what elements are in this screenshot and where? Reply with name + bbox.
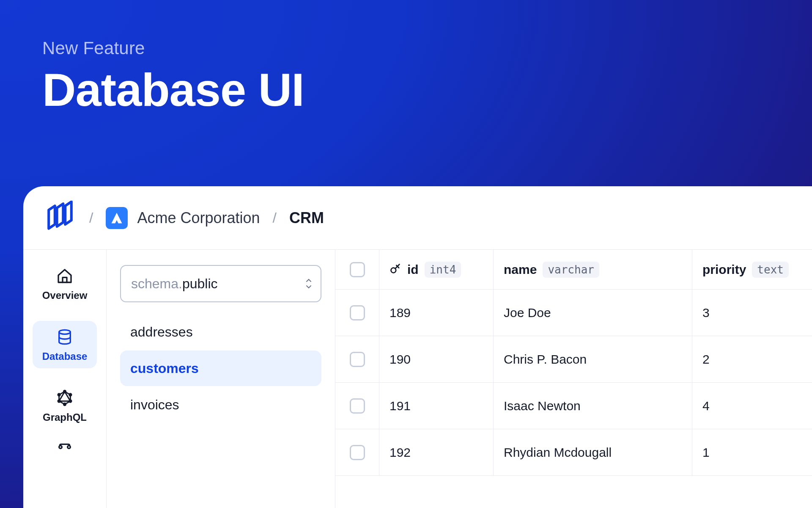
column-type: int4 <box>425 262 461 278</box>
table-row[interactable]: 190 Chris P. Bacon 2 <box>335 336 812 383</box>
tables-sidebar: schema.public addresses customers invoic… <box>107 250 335 508</box>
hero-title: Database UI <box>42 63 304 116</box>
row-checkbox-cell <box>335 336 379 382</box>
svg-point-7 <box>58 394 60 396</box>
cell-priority[interactable]: 4 <box>692 383 812 429</box>
svg-point-3 <box>69 394 71 396</box>
svg-point-6 <box>58 400 60 402</box>
svg-point-9 <box>68 446 71 449</box>
breadcrumb-separator: / <box>89 210 93 226</box>
hero: New Feature Database UI <box>42 38 304 116</box>
app-logo-icon <box>44 201 77 235</box>
column-type: text <box>752 262 789 278</box>
breadcrumb-separator: / <box>273 210 277 226</box>
cell-name[interactable]: Joe Doe <box>494 290 692 336</box>
nav-item-overview[interactable]: Overview <box>33 260 97 307</box>
database-icon <box>56 329 73 347</box>
body: Overview Database <box>23 250 812 508</box>
schema-select[interactable]: schema.public <box>120 265 321 302</box>
svg-point-0 <box>59 330 71 334</box>
cell-id[interactable]: 190 <box>379 336 494 382</box>
column-header-name[interactable]: name varchar <box>494 250 692 289</box>
cell-priority[interactable]: 3 <box>692 290 812 336</box>
nav-item-label: Database <box>42 351 88 362</box>
org-name: Acme Corporation <box>137 209 260 227</box>
cell-name[interactable]: Chris P. Bacon <box>494 336 692 382</box>
cell-name[interactable]: Isaac Newton <box>494 383 692 429</box>
home-icon <box>56 268 73 286</box>
column-header-id[interactable]: id int4 <box>379 250 494 289</box>
row-checkbox[interactable] <box>350 305 365 320</box>
nav-item-label: Overview <box>42 290 88 301</box>
nav-item-database[interactable]: Database <box>33 321 97 368</box>
cell-id[interactable]: 191 <box>379 383 494 429</box>
column-header-priority[interactable]: priority text <box>692 250 812 289</box>
table-item-customers[interactable]: customers <box>120 351 321 386</box>
graphql-icon <box>56 389 73 408</box>
cell-name[interactable]: Rhydian Mcdougall <box>494 429 692 475</box>
breadcrumb-org[interactable]: Acme Corporation <box>106 207 260 229</box>
column-name: name <box>504 262 537 277</box>
page-background: New Feature Database UI / Acme Corporati… <box>0 0 812 508</box>
nav-item-label: GraphQL <box>43 411 87 423</box>
cell-id[interactable]: 192 <box>379 429 494 475</box>
cell-id[interactable]: 189 <box>379 290 494 336</box>
row-checkbox-cell <box>335 383 379 429</box>
table-item-invoices[interactable]: invoices <box>120 387 321 422</box>
config-icon <box>56 454 73 461</box>
svg-point-5 <box>63 403 66 405</box>
key-icon <box>390 263 401 276</box>
topbar: / Acme Corporation / CRM <box>23 186 812 250</box>
cell-priority[interactable]: 1 <box>692 429 812 475</box>
row-checkbox[interactable] <box>350 445 365 460</box>
nav-item-extra[interactable] <box>56 443 73 461</box>
hero-kicker: New Feature <box>42 38 304 58</box>
grid-header: id int4 name varchar priority text <box>335 250 812 290</box>
schema-prefix: schema. <box>131 276 182 291</box>
cell-priority[interactable]: 2 <box>692 336 812 382</box>
svg-point-2 <box>63 390 66 392</box>
row-checkbox-cell <box>335 290 379 336</box>
column-type: varchar <box>543 262 599 278</box>
header-checkbox-cell <box>335 250 379 289</box>
row-checkbox[interactable] <box>350 352 365 367</box>
nav-item-graphql[interactable]: GraphQL <box>33 382 97 429</box>
column-name: id <box>407 262 419 277</box>
row-checkbox-cell <box>335 429 379 475</box>
table-row[interactable]: 189 Joe Doe 3 <box>335 290 812 336</box>
column-name: priority <box>702 262 746 277</box>
table-row[interactable]: 191 Isaac Newton 4 <box>335 383 812 429</box>
svg-point-8 <box>59 446 62 449</box>
table-row[interactable]: 192 Rhydian Mcdougall 1 <box>335 429 812 476</box>
svg-point-4 <box>69 400 71 402</box>
select-all-checkbox[interactable] <box>350 262 365 277</box>
app-window: / Acme Corporation / CRM Overview <box>23 186 812 508</box>
nav-sidebar: Overview Database <box>23 250 107 508</box>
data-grid: id int4 name varchar priority text 189 <box>335 250 812 508</box>
row-checkbox[interactable] <box>350 398 365 414</box>
select-chevrons-icon <box>305 279 312 289</box>
org-badge-icon <box>106 207 128 229</box>
tables-list: addresses customers invoices <box>120 314 321 422</box>
breadcrumb-project[interactable]: CRM <box>289 209 324 227</box>
schema-value: public <box>182 276 218 291</box>
table-item-addresses[interactable]: addresses <box>120 314 321 350</box>
